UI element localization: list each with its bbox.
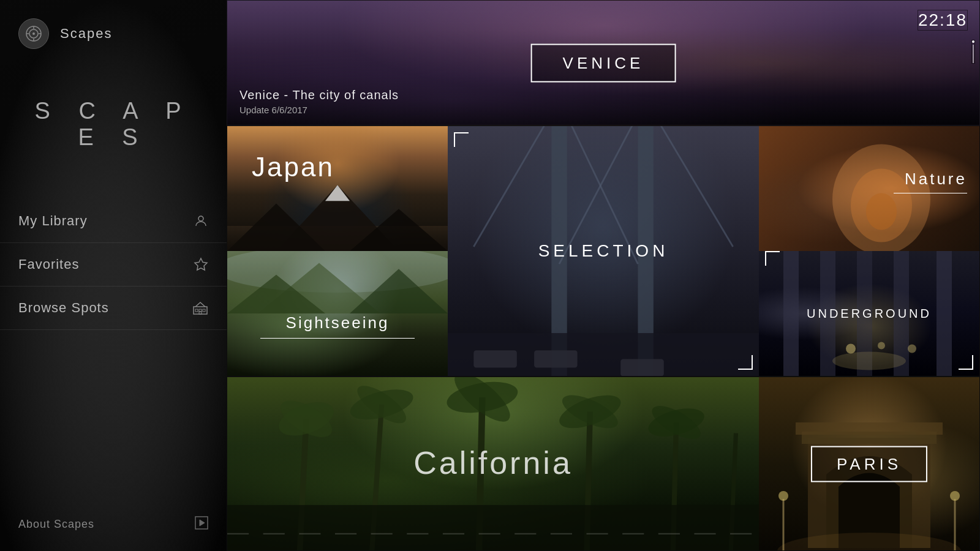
star-icon <box>194 257 208 272</box>
bottom-row: California <box>227 377 980 551</box>
hero-subtitle: Update 6/6/2017 <box>239 105 399 115</box>
hero-label-box: VENICE <box>531 43 676 82</box>
svg-line-29 <box>646 126 733 247</box>
svg-rect-62 <box>227 505 759 550</box>
selection-card[interactable]: SELECTION <box>448 126 759 376</box>
scroll-dot <box>972 40 974 43</box>
svg-rect-41 <box>937 251 952 376</box>
svg-point-2 <box>32 32 35 35</box>
sightseeing-underline <box>260 338 415 339</box>
svg-marker-15 <box>200 520 205 526</box>
corner-br <box>738 355 753 370</box>
sidebar-item-my-library[interactable]: My Library <box>0 200 227 243</box>
svg-point-70 <box>950 491 960 501</box>
sidebar: Scapes S C A P E S My Library Favorites <box>0 0 227 551</box>
paris-label: PARIS <box>837 454 902 473</box>
sidebar-header: Scapes <box>0 0 227 61</box>
svg-rect-11 <box>199 309 202 312</box>
scroll-indicator <box>971 40 975 64</box>
about-scapes-item[interactable]: About Scapes <box>18 516 208 533</box>
california-label: California <box>413 444 573 481</box>
hero-info: Venice - The city of canals Update 6/6/2… <box>239 88 399 115</box>
svg-rect-12 <box>203 309 205 312</box>
app-name-label: Scapes <box>60 26 112 42</box>
svg-point-7 <box>198 216 203 221</box>
svg-point-45 <box>908 345 916 353</box>
middle-left-col: Japan Sightseeing <box>227 126 448 376</box>
svg-marker-8 <box>195 258 207 270</box>
corner-tl <box>454 132 469 147</box>
svg-rect-37 <box>783 251 799 376</box>
japan-card[interactable]: Japan <box>227 126 448 251</box>
svg-rect-31 <box>473 350 517 367</box>
app-logo-icon <box>18 18 49 49</box>
svg-point-43 <box>846 344 856 354</box>
svg-marker-19 <box>325 185 350 201</box>
hero-card[interactable]: VENICE Venice - The city of canals Updat… <box>227 0 980 126</box>
svg-rect-66 <box>796 422 943 435</box>
hero-location-label: VENICE <box>563 53 644 72</box>
svg-point-71 <box>777 533 961 550</box>
svg-rect-33 <box>620 359 664 376</box>
underground-corner-tl <box>765 251 780 266</box>
play-icon <box>195 516 208 533</box>
underground-card[interactable]: UNDERGROUND <box>759 251 979 376</box>
selection-label: SELECTION <box>538 241 669 261</box>
nature-underline <box>894 193 967 193</box>
paris-card[interactable]: PARIS <box>759 377 979 550</box>
person-icon <box>194 214 208 228</box>
japan-label: Japan <box>252 152 334 182</box>
underground-corner-br <box>959 355 973 370</box>
svg-rect-32 <box>534 350 578 367</box>
paris-label-box: PARIS <box>811 446 927 482</box>
sidebar-nav: My Library Favorites Browse Spots <box>0 175 227 504</box>
hero-title: Venice - The city of canals <box>239 88 399 102</box>
underground-label: UNDERGROUND <box>807 307 932 321</box>
brand-title: S C A P E S <box>18 98 208 151</box>
middle-row: Japan Sightseeing <box>227 126 980 377</box>
middle-right-col: Nature <box>759 126 979 376</box>
brand-area: S C A P E S <box>0 61 227 175</box>
main-content: 22:18 VENICE Venice - The city of canals… <box>227 0 980 551</box>
svg-point-36 <box>866 193 897 230</box>
sightseeing-card[interactable]: Sightseeing <box>227 251 448 376</box>
scroll-line <box>973 45 974 63</box>
nature-label: Nature <box>905 170 967 189</box>
sidebar-bottom: About Scapes <box>0 504 227 551</box>
svg-point-68 <box>778 491 788 501</box>
sidebar-item-browse-spots[interactable]: Browse Spots <box>0 287 227 330</box>
nature-card[interactable]: Nature <box>759 126 979 251</box>
building-icon <box>192 301 208 315</box>
svg-point-42 <box>832 352 906 370</box>
svg-point-44 <box>878 342 885 350</box>
sightseeing-label: Sightseeing <box>286 313 390 332</box>
sidebar-item-favorites[interactable]: Favorites <box>0 243 227 287</box>
california-card[interactable]: California <box>227 377 759 550</box>
time-display: 22:18 <box>918 10 968 31</box>
svg-line-26 <box>473 126 559 247</box>
svg-rect-10 <box>195 309 198 312</box>
